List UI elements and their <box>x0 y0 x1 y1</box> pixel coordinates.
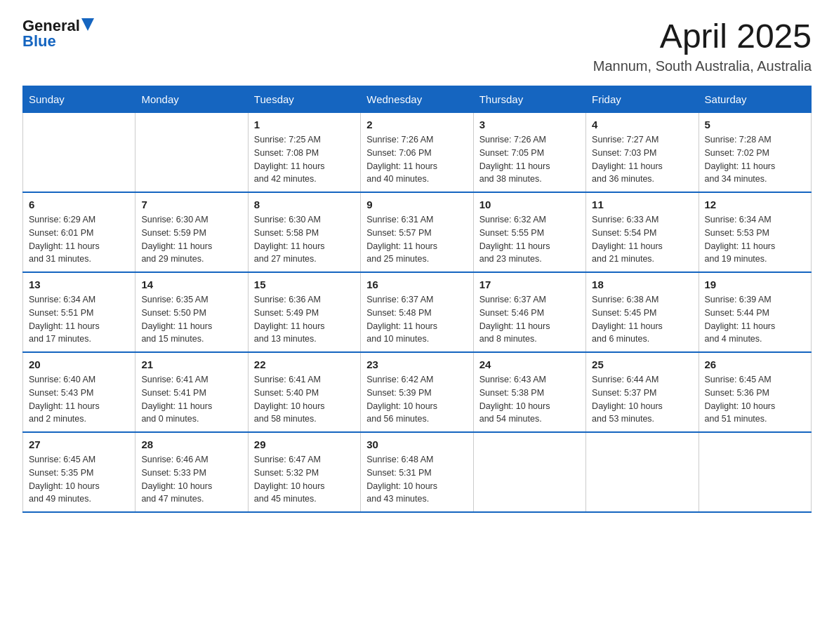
day-info: Sunrise: 7:25 AM Sunset: 7:08 PM Dayligh… <box>254 133 355 186</box>
calendar-week-1: 1Sunrise: 7:25 AM Sunset: 7:08 PM Daylig… <box>23 113 812 193</box>
calendar-cell: 6Sunrise: 6:29 AM Sunset: 6:01 PM Daylig… <box>23 192 135 272</box>
day-info: Sunrise: 6:45 AM Sunset: 5:35 PM Dayligh… <box>29 453 129 506</box>
weekday-header-sunday: Sunday <box>23 86 135 113</box>
calendar-cell: 11Sunrise: 6:33 AM Sunset: 5:54 PM Dayli… <box>586 192 699 272</box>
day-number: 12 <box>705 199 805 210</box>
calendar-cell <box>699 432 811 512</box>
calendar-week-3: 13Sunrise: 6:34 AM Sunset: 5:51 PM Dayli… <box>23 272 812 352</box>
day-info: Sunrise: 6:35 AM Sunset: 5:50 PM Dayligh… <box>141 293 241 346</box>
day-info: Sunrise: 7:26 AM Sunset: 7:05 PM Dayligh… <box>479 133 580 186</box>
day-info: Sunrise: 7:26 AM Sunset: 7:06 PM Dayligh… <box>366 133 467 186</box>
calendar-header-row: SundayMondayTuesdayWednesdayThursdayFrid… <box>23 86 812 113</box>
calendar-cell: 27Sunrise: 6:45 AM Sunset: 5:35 PM Dayli… <box>23 432 135 512</box>
day-number: 29 <box>254 438 355 450</box>
weekday-header-thursday: Thursday <box>473 86 585 113</box>
day-number: 7 <box>141 199 241 210</box>
day-info: Sunrise: 6:33 AM Sunset: 5:54 PM Dayligh… <box>592 213 692 266</box>
day-number: 27 <box>29 438 129 450</box>
day-number: 30 <box>366 438 467 450</box>
calendar-cell: 5Sunrise: 7:28 AM Sunset: 7:02 PM Daylig… <box>699 113 811 193</box>
day-info: Sunrise: 6:46 AM Sunset: 5:33 PM Dayligh… <box>141 453 241 506</box>
day-info: Sunrise: 6:30 AM Sunset: 5:58 PM Dayligh… <box>254 213 355 266</box>
day-number: 6 <box>29 199 129 210</box>
calendar-cell <box>473 432 585 512</box>
calendar-cell: 1Sunrise: 7:25 AM Sunset: 7:08 PM Daylig… <box>248 113 360 193</box>
title-section: April 2025 Mannum, South Australia, Aust… <box>593 17 812 74</box>
calendar-cell: 26Sunrise: 6:45 AM Sunset: 5:36 PM Dayli… <box>699 352 811 432</box>
day-number: 14 <box>141 279 241 290</box>
calendar-cell: 20Sunrise: 6:40 AM Sunset: 5:43 PM Dayli… <box>23 352 135 432</box>
day-info: Sunrise: 6:48 AM Sunset: 5:31 PM Dayligh… <box>366 453 467 506</box>
day-info: Sunrise: 6:34 AM Sunset: 5:51 PM Dayligh… <box>29 293 129 346</box>
calendar-cell: 12Sunrise: 6:34 AM Sunset: 5:53 PM Dayli… <box>699 192 811 272</box>
calendar-cell: 28Sunrise: 6:46 AM Sunset: 5:33 PM Dayli… <box>135 432 248 512</box>
day-info: Sunrise: 6:39 AM Sunset: 5:44 PM Dayligh… <box>705 293 805 346</box>
calendar-cell <box>23 113 135 193</box>
day-number: 20 <box>29 358 129 370</box>
calendar-cell: 2Sunrise: 7:26 AM Sunset: 7:06 PM Daylig… <box>361 113 473 193</box>
day-info: Sunrise: 6:42 AM Sunset: 5:39 PM Dayligh… <box>366 373 467 426</box>
logo-blue: Blue <box>22 32 56 51</box>
day-number: 5 <box>705 119 805 130</box>
calendar-subtitle: Mannum, South Australia, Australia <box>593 58 812 74</box>
day-number: 19 <box>705 279 805 290</box>
day-number: 23 <box>366 358 467 370</box>
day-number: 1 <box>254 119 355 130</box>
day-info: Sunrise: 6:32 AM Sunset: 5:55 PM Dayligh… <box>479 213 580 266</box>
calendar-week-5: 27Sunrise: 6:45 AM Sunset: 5:35 PM Dayli… <box>23 432 812 512</box>
day-info: Sunrise: 6:41 AM Sunset: 5:40 PM Dayligh… <box>254 373 355 426</box>
day-number: 4 <box>592 119 692 130</box>
calendar-cell <box>135 113 248 193</box>
day-info: Sunrise: 6:40 AM Sunset: 5:43 PM Dayligh… <box>29 373 129 426</box>
calendar-cell: 16Sunrise: 6:37 AM Sunset: 5:48 PM Dayli… <box>361 272 473 352</box>
calendar-week-2: 6Sunrise: 6:29 AM Sunset: 6:01 PM Daylig… <box>23 192 812 272</box>
day-info: Sunrise: 6:31 AM Sunset: 5:57 PM Dayligh… <box>366 213 467 266</box>
calendar-title: April 2025 <box>593 17 812 55</box>
calendar-cell: 24Sunrise: 6:43 AM Sunset: 5:38 PM Dayli… <box>473 352 585 432</box>
svg-marker-0 <box>81 18 94 31</box>
calendar-cell: 15Sunrise: 6:36 AM Sunset: 5:49 PM Dayli… <box>248 272 360 352</box>
day-info: Sunrise: 6:44 AM Sunset: 5:37 PM Dayligh… <box>592 373 692 426</box>
day-info: Sunrise: 6:29 AM Sunset: 6:01 PM Dayligh… <box>29 213 129 266</box>
day-number: 25 <box>592 358 692 370</box>
day-number: 15 <box>254 279 355 290</box>
day-number: 11 <box>592 199 692 210</box>
logo: General Blue <box>22 17 94 51</box>
day-info: Sunrise: 6:41 AM Sunset: 5:41 PM Dayligh… <box>141 373 241 426</box>
day-number: 16 <box>366 279 467 290</box>
calendar-cell: 8Sunrise: 6:30 AM Sunset: 5:58 PM Daylig… <box>248 192 360 272</box>
day-number: 10 <box>479 199 580 210</box>
calendar-table: SundayMondayTuesdayWednesdayThursdayFrid… <box>22 86 812 513</box>
day-number: 24 <box>479 358 580 370</box>
day-info: Sunrise: 6:45 AM Sunset: 5:36 PM Dayligh… <box>705 373 805 426</box>
calendar-cell: 30Sunrise: 6:48 AM Sunset: 5:31 PM Dayli… <box>361 432 473 512</box>
page-header: General Blue April 2025 Mannum, South Au… <box>22 17 812 74</box>
calendar-cell: 19Sunrise: 6:39 AM Sunset: 5:44 PM Dayli… <box>699 272 811 352</box>
day-number: 28 <box>141 438 241 450</box>
calendar-cell: 17Sunrise: 6:37 AM Sunset: 5:46 PM Dayli… <box>473 272 585 352</box>
calendar-cell: 9Sunrise: 6:31 AM Sunset: 5:57 PM Daylig… <box>361 192 473 272</box>
day-number: 9 <box>366 199 467 210</box>
day-info: Sunrise: 6:37 AM Sunset: 5:46 PM Dayligh… <box>479 293 580 346</box>
weekday-header-tuesday: Tuesday <box>248 86 360 113</box>
calendar-cell: 3Sunrise: 7:26 AM Sunset: 7:05 PM Daylig… <box>473 113 585 193</box>
calendar-cell: 4Sunrise: 7:27 AM Sunset: 7:03 PM Daylig… <box>586 113 699 193</box>
day-number: 13 <box>29 279 129 290</box>
day-info: Sunrise: 6:30 AM Sunset: 5:59 PM Dayligh… <box>141 213 241 266</box>
calendar-cell <box>586 432 699 512</box>
calendar-cell: 13Sunrise: 6:34 AM Sunset: 5:51 PM Dayli… <box>23 272 135 352</box>
calendar-cell: 10Sunrise: 6:32 AM Sunset: 5:55 PM Dayli… <box>473 192 585 272</box>
day-info: Sunrise: 7:28 AM Sunset: 7:02 PM Dayligh… <box>705 133 805 186</box>
day-info: Sunrise: 6:34 AM Sunset: 5:53 PM Dayligh… <box>705 213 805 266</box>
day-info: Sunrise: 6:37 AM Sunset: 5:48 PM Dayligh… <box>366 293 467 346</box>
day-info: Sunrise: 6:38 AM Sunset: 5:45 PM Dayligh… <box>592 293 692 346</box>
day-number: 22 <box>254 358 355 370</box>
day-number: 18 <box>592 279 692 290</box>
calendar-cell: 25Sunrise: 6:44 AM Sunset: 5:37 PM Dayli… <box>586 352 699 432</box>
calendar-cell: 18Sunrise: 6:38 AM Sunset: 5:45 PM Dayli… <box>586 272 699 352</box>
weekday-header-wednesday: Wednesday <box>361 86 473 113</box>
weekday-header-saturday: Saturday <box>699 86 811 113</box>
day-number: 17 <box>479 279 580 290</box>
calendar-cell: 21Sunrise: 6:41 AM Sunset: 5:41 PM Dayli… <box>135 352 248 432</box>
day-number: 26 <box>705 358 805 370</box>
